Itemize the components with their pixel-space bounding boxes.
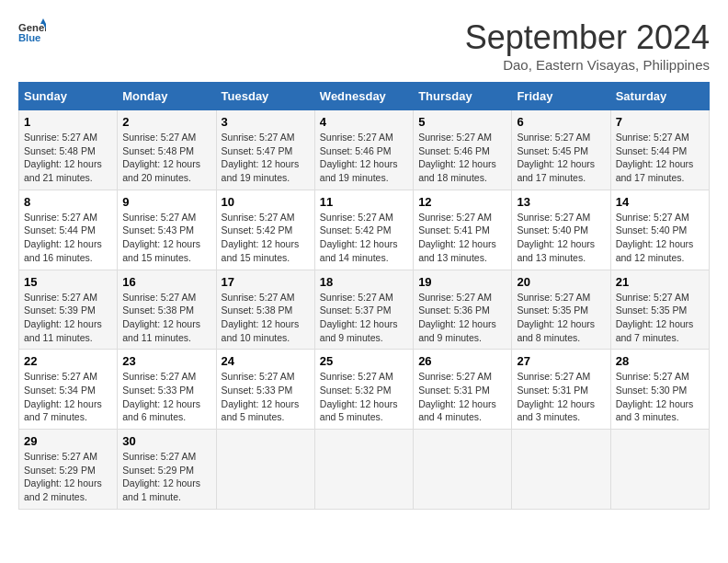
header-friday: Friday <box>512 83 610 110</box>
calendar-cell: 15Sunrise: 5:27 AM Sunset: 5:39 PM Dayli… <box>19 270 118 350</box>
calendar-cell: 14Sunrise: 5:27 AM Sunset: 5:40 PM Dayli… <box>610 190 709 270</box>
calendar-cell: 10Sunrise: 5:27 AM Sunset: 5:42 PM Dayli… <box>216 190 314 270</box>
calendar-cell: 17Sunrise: 5:27 AM Sunset: 5:38 PM Dayli… <box>216 270 314 350</box>
cell-content: Sunrise: 5:27 AM Sunset: 5:29 PM Dayligh… <box>122 451 200 502</box>
header-wednesday: Wednesday <box>314 83 413 110</box>
cell-content: Sunrise: 5:27 AM Sunset: 5:33 PM Dayligh… <box>222 371 300 422</box>
calendar-cell <box>512 430 610 510</box>
calendar-cell: 22Sunrise: 5:27 AM Sunset: 5:34 PM Dayli… <box>19 350 118 430</box>
day-number: 15 <box>24 275 112 289</box>
cell-content: Sunrise: 5:27 AM Sunset: 5:29 PM Dayligh… <box>24 451 102 502</box>
cell-content: Sunrise: 5:27 AM Sunset: 5:38 PM Dayligh… <box>122 292 200 343</box>
calendar-cell: 21Sunrise: 5:27 AM Sunset: 5:35 PM Dayli… <box>610 270 709 350</box>
day-number: 2 <box>122 115 210 129</box>
calendar-cell <box>610 430 709 510</box>
day-number: 16 <box>122 275 210 289</box>
calendar-cell: 29Sunrise: 5:27 AM Sunset: 5:29 PM Dayli… <box>19 430 118 510</box>
calendar-cell: 20Sunrise: 5:27 AM Sunset: 5:35 PM Dayli… <box>512 270 610 350</box>
day-number: 18 <box>320 275 408 289</box>
calendar-cell: 30Sunrise: 5:27 AM Sunset: 5:29 PM Dayli… <box>118 430 216 510</box>
calendar-cell: 7Sunrise: 5:27 AM Sunset: 5:44 PM Daylig… <box>610 110 709 190</box>
day-number: 12 <box>418 195 506 209</box>
calendar-cell: 11Sunrise: 5:27 AM Sunset: 5:42 PM Dayli… <box>314 190 413 270</box>
day-number: 23 <box>122 354 210 368</box>
cell-content: Sunrise: 5:27 AM Sunset: 5:31 PM Dayligh… <box>418 371 496 422</box>
page-subtitle: Dao, Eastern Visayas, Philippines <box>465 57 710 73</box>
cell-content: Sunrise: 5:27 AM Sunset: 5:30 PM Dayligh… <box>616 371 694 422</box>
day-number: 24 <box>222 354 310 368</box>
calendar-cell: 9Sunrise: 5:27 AM Sunset: 5:43 PM Daylig… <box>118 190 216 270</box>
day-number: 13 <box>517 195 605 209</box>
header-tuesday: Tuesday <box>216 83 314 110</box>
header-sunday: Sunday <box>19 83 118 110</box>
title-section: September 2024 Dao, Eastern Visayas, Phi… <box>465 18 710 73</box>
cell-content: Sunrise: 5:27 AM Sunset: 5:33 PM Dayligh… <box>122 371 200 422</box>
day-number: 20 <box>517 275 605 289</box>
day-number: 8 <box>24 195 112 209</box>
cell-content: Sunrise: 5:27 AM Sunset: 5:45 PM Dayligh… <box>517 132 595 183</box>
calendar-cell <box>314 430 413 510</box>
day-number: 28 <box>616 354 704 368</box>
day-number: 22 <box>24 354 112 368</box>
page-title: September 2024 <box>465 18 710 57</box>
day-number: 1 <box>24 115 112 129</box>
svg-text:Blue: Blue <box>18 32 40 43</box>
day-number: 11 <box>320 195 408 209</box>
day-number: 7 <box>616 115 704 129</box>
day-number: 30 <box>122 434 210 448</box>
cell-content: Sunrise: 5:27 AM Sunset: 5:39 PM Dayligh… <box>24 292 102 343</box>
day-number: 27 <box>517 354 605 368</box>
cell-content: Sunrise: 5:27 AM Sunset: 5:36 PM Dayligh… <box>418 292 496 343</box>
cell-content: Sunrise: 5:27 AM Sunset: 5:48 PM Dayligh… <box>122 132 200 183</box>
cell-content: Sunrise: 5:27 AM Sunset: 5:43 PM Dayligh… <box>122 212 200 263</box>
header-saturday: Saturday <box>610 83 709 110</box>
cell-content: Sunrise: 5:27 AM Sunset: 5:44 PM Dayligh… <box>24 212 102 263</box>
day-number: 9 <box>122 195 210 209</box>
logo-icon: General Blue <box>18 18 46 46</box>
cell-content: Sunrise: 5:27 AM Sunset: 5:42 PM Dayligh… <box>222 212 300 263</box>
day-number: 3 <box>222 115 310 129</box>
cell-content: Sunrise: 5:27 AM Sunset: 5:32 PM Dayligh… <box>320 371 398 422</box>
calendar-cell: 24Sunrise: 5:27 AM Sunset: 5:33 PM Dayli… <box>216 350 314 430</box>
cell-content: Sunrise: 5:27 AM Sunset: 5:40 PM Dayligh… <box>616 212 694 263</box>
calendar-cell: 3Sunrise: 5:27 AM Sunset: 5:47 PM Daylig… <box>216 110 314 190</box>
calendar-week-row: 15Sunrise: 5:27 AM Sunset: 5:39 PM Dayli… <box>19 270 710 350</box>
calendar-cell: 26Sunrise: 5:27 AM Sunset: 5:31 PM Dayli… <box>414 350 512 430</box>
cell-content: Sunrise: 5:27 AM Sunset: 5:41 PM Dayligh… <box>418 212 496 263</box>
calendar-cell: 28Sunrise: 5:27 AM Sunset: 5:30 PM Dayli… <box>610 350 709 430</box>
day-number: 10 <box>222 195 310 209</box>
day-number: 19 <box>418 275 506 289</box>
day-number: 5 <box>418 115 506 129</box>
calendar-cell: 2Sunrise: 5:27 AM Sunset: 5:48 PM Daylig… <box>118 110 216 190</box>
cell-content: Sunrise: 5:27 AM Sunset: 5:46 PM Dayligh… <box>320 132 398 183</box>
day-number: 26 <box>418 354 506 368</box>
calendar-cell <box>414 430 512 510</box>
calendar-cell: 6Sunrise: 5:27 AM Sunset: 5:45 PM Daylig… <box>512 110 610 190</box>
header-monday: Monday <box>118 83 216 110</box>
page-header: General Blue September 2024 Dao, Eastern… <box>18 18 710 73</box>
logo: General Blue <box>18 18 46 46</box>
day-number: 17 <box>222 275 310 289</box>
calendar-week-row: 29Sunrise: 5:27 AM Sunset: 5:29 PM Dayli… <box>19 430 710 510</box>
day-number: 25 <box>320 354 408 368</box>
header-thursday: Thursday <box>414 83 512 110</box>
cell-content: Sunrise: 5:27 AM Sunset: 5:42 PM Dayligh… <box>320 212 398 263</box>
calendar-cell: 4Sunrise: 5:27 AM Sunset: 5:46 PM Daylig… <box>314 110 413 190</box>
calendar-cell: 1Sunrise: 5:27 AM Sunset: 5:48 PM Daylig… <box>19 110 118 190</box>
cell-content: Sunrise: 5:27 AM Sunset: 5:40 PM Dayligh… <box>517 212 595 263</box>
calendar-cell: 18Sunrise: 5:27 AM Sunset: 5:37 PM Dayli… <box>314 270 413 350</box>
calendar-cell: 8Sunrise: 5:27 AM Sunset: 5:44 PM Daylig… <box>19 190 118 270</box>
cell-content: Sunrise: 5:27 AM Sunset: 5:48 PM Dayligh… <box>24 132 102 183</box>
calendar-cell: 16Sunrise: 5:27 AM Sunset: 5:38 PM Dayli… <box>118 270 216 350</box>
day-number: 21 <box>616 275 704 289</box>
cell-content: Sunrise: 5:27 AM Sunset: 5:46 PM Dayligh… <box>418 132 496 183</box>
day-number: 6 <box>517 115 605 129</box>
calendar-week-row: 1Sunrise: 5:27 AM Sunset: 5:48 PM Daylig… <box>19 110 710 190</box>
calendar-header-row: SundayMondayTuesdayWednesdayThursdayFrid… <box>19 83 710 110</box>
calendar-cell <box>216 430 314 510</box>
calendar-cell: 19Sunrise: 5:27 AM Sunset: 5:36 PM Dayli… <box>414 270 512 350</box>
calendar-cell: 13Sunrise: 5:27 AM Sunset: 5:40 PM Dayli… <box>512 190 610 270</box>
calendar-cell: 27Sunrise: 5:27 AM Sunset: 5:31 PM Dayli… <box>512 350 610 430</box>
cell-content: Sunrise: 5:27 AM Sunset: 5:31 PM Dayligh… <box>517 371 595 422</box>
calendar-cell: 25Sunrise: 5:27 AM Sunset: 5:32 PM Dayli… <box>314 350 413 430</box>
